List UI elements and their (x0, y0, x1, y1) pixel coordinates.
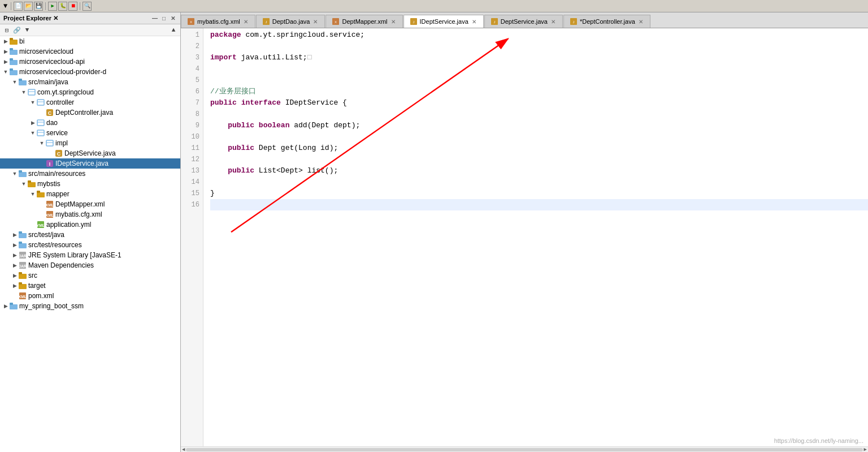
toolbar-icon-1[interactable]: ▼ (2, 2, 8, 10)
tab-close-deptcontroller[interactable]: ✕ (637, 19, 644, 25)
tree-arrow-dao[interactable]: ▶ (29, 120, 36, 126)
tree-item-dao[interactable]: ▶dao (0, 118, 180, 128)
tree-arrow-src-test-resources[interactable]: ▶ (11, 242, 18, 248)
tree-item-controller[interactable]: ▼controller (0, 97, 180, 107)
tab-deptservice[interactable]: JDeptService.java✕ (484, 15, 563, 28)
horizontal-scrollbar[interactable]: ◀ ▶ (181, 446, 868, 452)
svg-rect-47 (19, 272, 22, 274)
tree-item-microservicecloud[interactable]: ▶microservicecloud (0, 46, 180, 57)
tree-item-Maven[interactable]: ▶JARMaven Dependencies (0, 260, 180, 270)
tab-deptdao[interactable]: JDeptDao.java✕ (256, 15, 326, 28)
tab-ideptservice[interactable]: JIDeptService.java✕ (403, 15, 484, 28)
tab-mybatis[interactable]: Xmybatis.cfg.xml✕ (181, 15, 255, 28)
tree-item-mybatis.cfg.xml[interactable]: XMLmybatis.cfg.xml (0, 209, 180, 219)
tab-deptcontroller[interactable]: J*DeptController.java✕ (563, 15, 650, 28)
tree-item-microservicecloud-provider-d[interactable]: ▼microservicecloud-provider-d (0, 67, 180, 77)
toolbar-icon-stop[interactable]: ⏹ (68, 2, 77, 11)
code-line-4 (210, 63, 868, 75)
tree-arrow-mapper[interactable]: ▼ (29, 191, 36, 197)
tab-close-deptservice[interactable]: ✕ (550, 19, 557, 25)
svg-text:I: I (49, 161, 51, 167)
tab-icon-deptcontroller: J (570, 18, 578, 25)
tree-item-src-test-resources[interactable]: ▶src/test/resources (0, 240, 180, 250)
tree-icon-mybatis.cfg.xml: XML (45, 210, 54, 219)
tree-label-microservicecloud: microservicecloud (19, 48, 73, 55)
explorer-menu-icon[interactable]: ▼ (23, 25, 32, 35)
tree-item-src-main-java[interactable]: ▼src/main/java (0, 77, 180, 87)
tree-label-com.yt.springcloud: com.yt.springcloud (37, 88, 94, 96)
explorer-scroll-up[interactable]: ▲ (169, 25, 178, 35)
explorer-maximize-button[interactable]: □ (160, 14, 168, 22)
tab-close-ideptservice[interactable]: ✕ (471, 19, 478, 25)
toolbar-icon-new[interactable]: 📄 (14, 2, 23, 11)
tree-arrow-mybstis[interactable]: ▼ (20, 181, 27, 187)
scroll-right-button[interactable]: ▶ (864, 446, 867, 452)
tree-icon-my-spring-boot-ssm (9, 302, 18, 311)
tree-item-bi[interactable]: ▶bi (0, 36, 180, 46)
svg-rect-10 (28, 89, 35, 95)
tree-item-src[interactable]: ▶src (0, 270, 180, 281)
tree-label-DeptMapper.xml: DeptMapper.xml (55, 200, 105, 208)
tab-close-deptdao[interactable]: ✕ (312, 19, 319, 25)
tree-arrow-impl[interactable]: ▼ (38, 140, 45, 146)
tree-arrow-src[interactable]: ▶ (11, 273, 18, 278)
tree-item-mybstis[interactable]: ▼mybstis (0, 179, 180, 189)
explorer-close-button[interactable]: ✕ (169, 14, 177, 22)
svg-text:X: X (190, 20, 192, 24)
svg-text:XML: XML (46, 213, 54, 217)
tree-arrow-bi[interactable]: ▶ (2, 38, 9, 44)
collapse-all-icon[interactable]: ⊟ (2, 25, 11, 35)
tree-arrow-src-main-resources[interactable]: ▼ (11, 171, 18, 177)
tree-item-mapper[interactable]: ▼mapper (0, 189, 180, 199)
tree-item-microservicecloud-api[interactable]: ▶microservicecloud-api (0, 57, 180, 67)
tree-arrow-Maven[interactable]: ▶ (11, 262, 18, 268)
line-number-12: 12 (181, 154, 199, 165)
tree-arrow-microservicecloud[interactable]: ▶ (2, 49, 9, 54)
tree-item-target[interactable]: ▶target (0, 281, 180, 291)
line-number-8: 8 (181, 109, 199, 120)
tree-item-IDeptService.java[interactable]: IIDeptService.java (0, 158, 180, 169)
tree-arrow-service[interactable]: ▼ (29, 130, 36, 136)
toolbar-icon-search[interactable]: 🔍 (83, 2, 92, 11)
tree-arrow-controller[interactable]: ▼ (29, 100, 36, 105)
toolbar-icon-open[interactable]: 📂 (24, 2, 33, 11)
tree-arrow-src-main-java[interactable]: ▼ (11, 79, 18, 85)
link-with-editor-icon[interactable]: 🔗 (12, 25, 21, 35)
scroll-left-button[interactable]: ◀ (182, 446, 185, 452)
tree-arrow-microservicecloud-api[interactable]: ▶ (2, 59, 9, 64)
tree-item-service[interactable]: ▼service (0, 128, 180, 138)
svg-rect-6 (10, 70, 18, 75)
toolbar-icon-debug[interactable]: 🐛 (58, 2, 67, 11)
tree-arrow-target[interactable]: ▶ (11, 283, 18, 289)
toolbar-icon-save[interactable]: 💾 (34, 2, 43, 11)
code-editor[interactable]: 12345678910111213141516 package com.yt.s… (181, 28, 868, 446)
tree-item-JRE[interactable]: ▶JARJRE System Library [JavaSE-1 (0, 250, 180, 260)
tree-item-DeptController.java[interactable]: CDeptController.java (0, 107, 180, 118)
tree-item-my-spring-boot-ssm[interactable]: ▶my_spring_boot_ssm (0, 301, 180, 311)
explorer-minimize-button[interactable]: — (151, 14, 159, 22)
tree-arrow-JRE[interactable]: ▶ (11, 252, 18, 258)
tree-item-com.yt.springcloud[interactable]: ▼com.yt.springcloud (0, 87, 180, 97)
tree-item-src-main-resources[interactable]: ▼src/main/resources (0, 169, 180, 179)
tree-item-DeptMapper.xml[interactable]: XMLDeptMapper.xml (0, 199, 180, 209)
tree-icon-src-test-resources (18, 240, 27, 249)
tree-icon-src-test-java (18, 230, 27, 239)
tree-item-application.yml[interactable]: YMLapplication.yml (0, 219, 180, 230)
tab-deptmapper[interactable]: XDeptMapper.xml✕ (326, 15, 402, 28)
tab-close-mybatis[interactable]: ✕ (242, 19, 249, 25)
tree-arrow-my-spring-boot-ssm[interactable]: ▶ (2, 303, 9, 309)
toolbar-icon-run[interactable]: ▶ (48, 2, 57, 11)
tree-label-mapper: mapper (46, 190, 70, 198)
tree-icon-bi (9, 37, 18, 46)
tree-arrow-src-test-java[interactable]: ▶ (11, 232, 18, 238)
tab-close-deptmapper[interactable]: ✕ (390, 19, 397, 25)
tree-arrow-microservicecloud-provider-d[interactable]: ▼ (2, 69, 9, 75)
code-content[interactable]: package com.yt.springcloud.service; impo… (203, 28, 868, 212)
explorer-title: Project Explorer ✕ (3, 15, 58, 22)
tree-arrow-com.yt.springcloud[interactable]: ▼ (20, 89, 27, 95)
tree-item-pom.xml[interactable]: XMLpom.xml (0, 291, 180, 301)
explorer-tree[interactable]: ▶bi▶microservicecloud▶microservicecloud-… (0, 36, 180, 452)
tree-item-src-test-java[interactable]: ▶src/test/java (0, 230, 180, 240)
tree-item-DeptService.java[interactable]: CDeptService.java (0, 148, 180, 158)
tree-item-impl[interactable]: ▼impl (0, 138, 180, 148)
